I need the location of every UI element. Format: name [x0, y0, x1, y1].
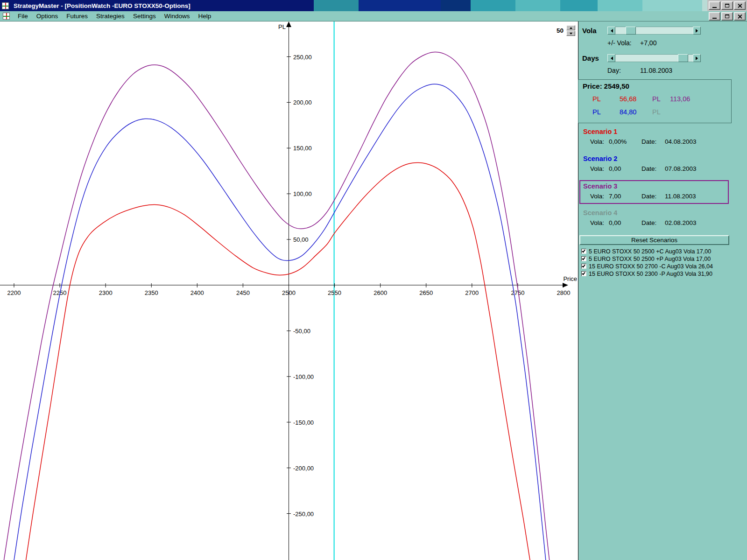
menu-options[interactable]: Options — [32, 12, 63, 21]
scenario-4-title[interactable]: Scenario 4 — [579, 209, 729, 217]
vola-scroll-thumb[interactable] — [626, 27, 636, 35]
vola-scrollbar[interactable] — [607, 27, 701, 35]
date-value: 02.08.2003 — [665, 219, 697, 226]
triangle-right-icon — [696, 56, 700, 60]
y-tick-label: -150,00 — [293, 419, 314, 426]
application-window: StrategyMaster - [PositionWatch -EURO ST… — [0, 0, 747, 560]
y-tick-label: 100,00 — [293, 190, 312, 197]
close-icon — [737, 14, 742, 19]
y-tick-label: -200,00 — [293, 465, 314, 472]
scenario-1[interactable]: Scenario 1 Vola:0,00%Date:04.08.2003 — [579, 128, 729, 145]
scenario-4[interactable]: Scenario 4 Vola:0,00Date:02.08.2003 — [579, 209, 729, 226]
pl-label-scenario4: PL — [652, 108, 661, 116]
restore-button[interactable] — [721, 1, 733, 10]
position-checkbox-1[interactable] — [581, 249, 586, 254]
minimize-button[interactable] — [709, 1, 720, 10]
pl-label-scenario3: PL — [652, 95, 661, 103]
spin-up-button[interactable] — [566, 25, 575, 30]
position-label-1: 5 EURO STOXX 50 2500 +C Aug03 Vola 17,00 — [589, 248, 711, 255]
triangle-left-icon — [609, 29, 613, 33]
x-tick-label: 2400 — [190, 289, 204, 296]
titlebar: StrategyMaster - [PositionWatch -EURO ST… — [0, 0, 747, 11]
vola-scroll-left-button[interactable] — [607, 27, 615, 35]
pl-value-scenario1: 56,68 — [620, 95, 636, 103]
vola-value-label: +/- Vola: — [607, 39, 640, 47]
mdi-document-icon[interactable] — [3, 13, 10, 20]
curve-scenario-2 — [14, 84, 547, 560]
menu-futures[interactable]: Futures — [62, 12, 92, 21]
vola-label: Vola: — [590, 219, 609, 226]
menu-strategies[interactable]: Strategies — [92, 12, 129, 21]
menu-settings[interactable]: Settings — [129, 12, 160, 21]
scenario-2-title[interactable]: Scenario 2 — [579, 155, 729, 162]
date-value: 07.08.2003 — [665, 165, 697, 172]
position-checkbox-3[interactable] — [581, 264, 586, 269]
vola-scroll-track[interactable] — [615, 27, 693, 35]
scenario-2[interactable]: Scenario 2 Vola:0,00Date:07.08.2003 — [579, 155, 729, 172]
price-axis-label: Price — [563, 275, 577, 282]
grid-step-spinner: 50 — [557, 25, 575, 36]
scenario-4-details: Vola:0,00Date:02.08.2003 — [579, 219, 729, 226]
x-tick-label: 2650 — [419, 289, 433, 296]
app-icon[interactable] — [2, 2, 9, 9]
minimize-icon — [712, 18, 717, 19]
position-row-4: 15 EURO STOXX 50 2300 -P Aug03 Vola 31,9… — [581, 270, 712, 277]
pl-value-scenario2: 84,80 — [620, 108, 636, 116]
curve-scenario-1 — [26, 163, 531, 560]
mdi-window-controls — [709, 12, 746, 21]
price-line: Price: 2549,50 — [583, 82, 629, 90]
price-label: Price: — [583, 82, 602, 90]
days-scroll-thumb[interactable] — [678, 54, 688, 62]
menu-file[interactable]: File — [14, 12, 32, 21]
triangle-left-icon — [609, 56, 613, 60]
date-value: 04.08.2003 — [665, 138, 697, 145]
mdi-restore-button[interactable] — [721, 12, 733, 21]
mdi-minimize-button[interactable] — [709, 12, 720, 21]
x-tick-label: 2700 — [465, 289, 479, 296]
date-label: Date: — [641, 219, 665, 226]
position-label-3: 15 EURO STOXX 50 2700 -C Aug03 Vola 26,0… — [589, 263, 713, 270]
days-scroll-left-button[interactable] — [607, 54, 615, 62]
reset-scenarios-button[interactable]: Reset Scenarios — [579, 235, 729, 245]
content-area: PLPrice220022502300235024002450250025502… — [0, 21, 747, 560]
vola-scroll-right-button[interactable] — [693, 27, 701, 35]
menu-help[interactable]: Help — [194, 12, 215, 21]
scenario-1-title[interactable]: Scenario 1 — [579, 128, 729, 135]
triangle-up-icon — [570, 26, 572, 29]
window-controls — [707, 0, 747, 11]
x-tick-label: 2350 — [145, 289, 158, 296]
spin-down-button[interactable] — [566, 31, 575, 36]
position-row-3: 15 EURO STOXX 50 2700 -C Aug03 Vola 26,0… — [581, 263, 713, 270]
menu-windows[interactable]: Windows — [160, 12, 194, 21]
position-row-2: 5 EURO STOXX 50 2500 +P Aug03 Vola 17,00 — [581, 255, 711, 262]
days-scroll-track[interactable] — [615, 54, 693, 62]
grid-step-value: 50 — [557, 27, 564, 34]
vola-value-line: +/- Vola:+7,00 — [607, 39, 656, 47]
app-icon-detail — [2, 6, 8, 7]
date-label: Date: — [641, 165, 665, 172]
y-tick-label: -100,00 — [293, 373, 314, 380]
days-scrollbar[interactable] — [607, 54, 701, 62]
vola-value: 0,00 — [609, 219, 641, 226]
vola-label: Vola: — [590, 165, 609, 172]
position-checkbox-2[interactable] — [581, 256, 586, 261]
scenario-3-title[interactable]: Scenario 3 — [580, 182, 728, 190]
chart-pane: PLPrice220022502300235024002450250025502… — [0, 21, 578, 560]
day-value-line: Day:11.08.2003 — [607, 67, 672, 74]
x-tick-label: 2200 — [7, 289, 21, 296]
mdi-close-button[interactable] — [734, 12, 746, 21]
vola-label: Vola — [582, 27, 597, 35]
position-label-4: 15 EURO STOXX 50 2300 -P Aug03 Vola 31,9… — [589, 271, 712, 277]
vola-label: Vola: — [590, 138, 609, 145]
checkmark-icon — [582, 272, 585, 275]
day-value-label: Day: — [607, 67, 640, 74]
checkmark-icon — [582, 249, 585, 253]
y-tick-label: 150,00 — [293, 145, 312, 152]
scenario-2-details: Vola:0,00Date:07.08.2003 — [579, 165, 729, 172]
menubar: File Options Futures Strategies Settings… — [0, 11, 747, 21]
restore-icon — [725, 4, 729, 7]
scenario-3-selected[interactable]: Scenario 3 Vola:7,00Date:11.08.2003 — [579, 180, 729, 204]
days-scroll-right-button[interactable] — [693, 54, 701, 62]
close-button[interactable] — [734, 1, 746, 10]
position-checkbox-4[interactable] — [581, 271, 586, 276]
